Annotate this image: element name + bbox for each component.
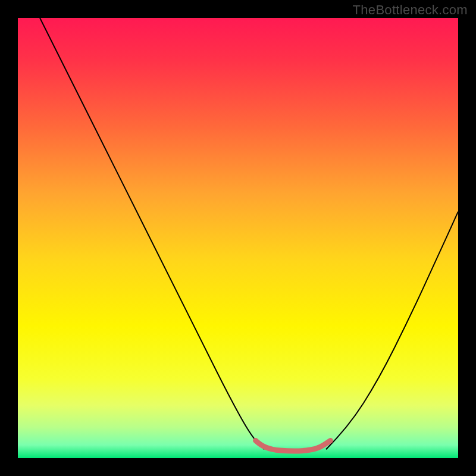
bottleneck-curve-plot xyxy=(18,18,458,458)
plot-svg xyxy=(18,18,458,458)
chart-container: TheBottleneck.com xyxy=(0,0,476,476)
gradient-panel xyxy=(18,18,458,458)
watermark-text: TheBottleneck.com xyxy=(353,2,468,18)
